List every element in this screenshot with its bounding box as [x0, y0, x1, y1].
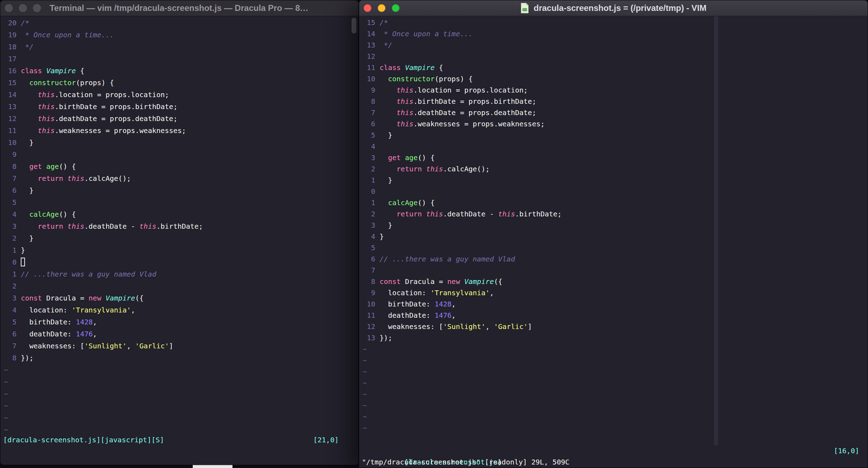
code-text: deathDate: 1476,: [379, 311, 456, 320]
tilde-marker: ~: [363, 379, 367, 387]
code-line: 10 constructor(props) {: [363, 73, 868, 84]
minimize-button[interactable]: [378, 4, 385, 12]
line-number: 14: [363, 28, 375, 39]
code-token: age: [405, 153, 417, 162]
code-text: }: [379, 131, 392, 139]
line-number: 11: [4, 125, 17, 137]
code-line: 18 */: [4, 41, 358, 53]
code-text: this.location = props.location;: [21, 90, 169, 99]
code-token: [460, 277, 464, 286]
terminal-vim-buffer[interactable]: 20/*19 * Once upon a time...18 */1716cla…: [0, 16, 358, 465]
code-token: location:: [379, 289, 430, 297]
statusline-cursor-position: [16,0]: [834, 445, 859, 456]
code-text: const Dracula = new Vampire({: [379, 277, 502, 286]
code-token: ]: [169, 342, 173, 350]
code-token: age: [46, 162, 59, 171]
code-token: [21, 174, 38, 183]
line-number: 6: [4, 328, 17, 340]
code-line: 17: [4, 53, 358, 65]
scrollbar-thumb[interactable]: [351, 18, 357, 34]
code-line: 16class Vampire {: [4, 65, 358, 77]
zoom-button[interactable]: [33, 4, 41, 12]
vim-statusline: [dracula-screenshot.js][javascript][S] […: [0, 434, 358, 446]
code-token: }: [379, 176, 392, 184]
code-token: 'Sunlight': [84, 342, 127, 350]
code-line: 11 deathDate: 1476,: [363, 310, 868, 321]
line-number: 3: [363, 220, 375, 231]
code-token: [21, 78, 29, 87]
code-text: get age() {: [21, 162, 76, 171]
code-token: return: [396, 210, 422, 218]
code-text: location: 'Transylvania',: [21, 306, 135, 314]
terminal-titlebar[interactable]: Terminal — vim /tmp/dracula-screenshot.j…: [0, 0, 358, 16]
code-token: constructor: [388, 75, 434, 83]
code-token: .birthDate;: [515, 210, 562, 218]
line-number: 8: [363, 276, 375, 287]
code-text: class Vampire {: [21, 67, 84, 75]
close-button[interactable]: [5, 4, 13, 12]
line-number: 3: [4, 292, 17, 304]
line-number: 11: [363, 62, 375, 73]
code-token: [379, 210, 396, 218]
code-text: calcAge() {: [21, 210, 76, 219]
code-token: birthDate:: [379, 300, 435, 308]
code-token: [21, 210, 29, 219]
code-token: [42, 162, 46, 171]
macvim-titlebar[interactable]: dracula-screenshot.js = (/private/tmp) -…: [359, 0, 868, 16]
code-line: 1 }: [363, 175, 868, 186]
code-line: 14 this.location = props.location;: [4, 89, 358, 101]
empty-buffer-line: ~: [363, 355, 868, 366]
code-text: birthDate: 1428,: [379, 300, 456, 308]
traffic-lights: [359, 4, 405, 12]
code-lines: 20/*19 * Once upon a time...18 */1716cla…: [0, 16, 358, 436]
code-token: .weaknesses = props.weaknesses;: [55, 126, 186, 135]
code-text: * Once upon a time...: [21, 31, 114, 39]
code-token: deathDate:: [379, 311, 435, 320]
line-number: 2: [4, 280, 17, 292]
line-number: 1: [363, 197, 375, 208]
code-line: 5 birthDate: 1428,: [4, 316, 358, 328]
macvim-buffer[interactable]: 15/*14 * Once upon a time...13 */1211cla…: [359, 16, 868, 468]
close-button[interactable]: [364, 4, 371, 12]
zoom-button[interactable]: [392, 4, 400, 12]
vim-command-line: [0, 446, 358, 458]
empty-buffer-line: ~: [363, 366, 868, 377]
empty-buffer-line: ~: [4, 376, 358, 388]
document-proxy-icon[interactable]: [520, 2, 529, 14]
code-token: }: [21, 234, 33, 242]
code-token: }: [379, 131, 392, 139]
code-line: 10 birthDate: 1428,: [363, 298, 868, 310]
code-lines: 15/*14 * Once upon a time...13 */1211cla…: [359, 16, 868, 434]
tilde-marker: ~: [363, 412, 367, 421]
line-number: 3: [4, 220, 17, 232]
code-token: class: [21, 67, 42, 75]
code-line: 6 this.weaknesses = props.weaknesses;: [363, 118, 868, 129]
code-line: 9: [4, 148, 358, 160]
code-text: constructor(props) {: [379, 75, 473, 83]
code-token: this: [426, 210, 443, 218]
code-token: .birthDate = props.birthDate;: [413, 97, 536, 106]
line-number: 5: [363, 129, 375, 141]
code-text: this.location = props.location;: [379, 86, 528, 94]
code-token: ,: [485, 322, 494, 331]
code-text: this.weaknesses = props.weaknesses;: [21, 126, 186, 135]
code-text: birthDate: 1428,: [21, 318, 97, 326]
code-text: constructor(props) {: [21, 78, 114, 87]
line-number: 16: [4, 65, 17, 77]
code-token: deathDate:: [21, 330, 76, 338]
minimize-button[interactable]: [19, 4, 27, 12]
code-token: return: [38, 174, 63, 183]
code-token: });: [21, 354, 33, 362]
code-token: this: [68, 174, 84, 183]
code-text: }: [379, 232, 384, 241]
code-token: this: [396, 97, 413, 106]
code-line: 5: [4, 196, 358, 208]
window-title: dracula-screenshot.js = (/private/tmp) -…: [534, 3, 706, 13]
code-line: 0: [363, 186, 868, 197]
code-line: 3 return this.deathDate - this.birthDate…: [4, 220, 358, 232]
code-line: 20/*: [4, 17, 358, 29]
line-number: 3: [363, 152, 375, 163]
code-line: 1}: [4, 244, 358, 256]
empty-buffer-line: ~: [4, 400, 358, 412]
tilde-marker: ~: [363, 390, 367, 398]
